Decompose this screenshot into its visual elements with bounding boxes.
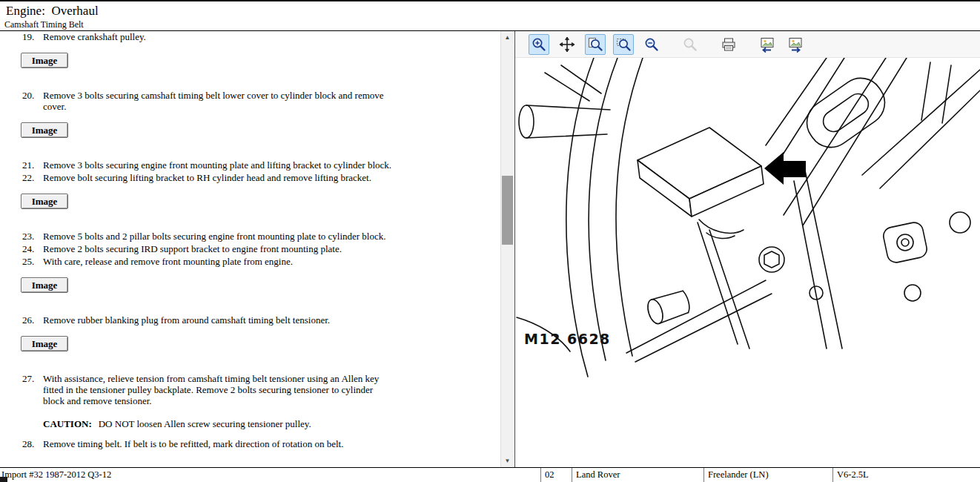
print-icon xyxy=(721,36,737,53)
step-number: 28. xyxy=(22,438,40,449)
illustration-panel: M12 6628 xyxy=(514,31,980,467)
step-item: 26. Remove rubber blanking plug from aro… xyxy=(0,314,500,326)
status-model: Freelander (LN) xyxy=(703,468,832,482)
zoom-dynamic-button[interactable] xyxy=(585,34,606,55)
vertical-scrollbar[interactable]: ▲ ▼ xyxy=(500,31,513,467)
step-item: 21. Remove 3 bolts securing engine front… xyxy=(0,159,500,171)
step-text: Remove crankshaft pulley. xyxy=(43,31,393,42)
step-text: Remove 5 bolts and 2 pillar bolts securi… xyxy=(43,231,393,242)
step-text: Remove bolt securing lifting bracket to … xyxy=(43,172,393,183)
zoom-fit-icon xyxy=(682,36,698,53)
page-title: Engine: Overhaul xyxy=(0,1,980,19)
step-number: 26. xyxy=(22,314,40,326)
image-toolbar xyxy=(515,31,980,58)
step-text: Remove 3 bolts securing engine front mou… xyxy=(43,159,393,171)
corner-artifact xyxy=(0,477,7,482)
image-button[interactable]: Image xyxy=(21,194,68,209)
caution-label: CAUTION: xyxy=(43,418,92,429)
step-item: 27. With assistance, relieve tension fro… xyxy=(0,373,500,406)
status-bar: Import #32 1987-2012 Q3-12 02 Land Rover… xyxy=(0,467,980,482)
step-number: 27. xyxy=(22,373,40,406)
status-engine: V6-2.5L xyxy=(832,468,980,482)
status-make: Land Rover xyxy=(572,468,703,482)
step-number: 21. xyxy=(22,159,40,171)
step-item: 19. Remove crankshaft pulley. xyxy=(0,31,500,42)
caution-note: CAUTION:DO NOT loosen Allen screw securi… xyxy=(43,418,500,429)
step-text: With care, release and remove front moun… xyxy=(43,256,393,267)
zoom-in-icon xyxy=(531,36,547,53)
step-item: 23. Remove 5 bolts and 2 pillar bolts se… xyxy=(0,231,500,242)
step-text: With assistance, relieve tension from ca… xyxy=(43,373,393,406)
pan-button[interactable] xyxy=(557,34,577,55)
procedure-panel: 19. Remove crankshaft pulley. Image 20. … xyxy=(0,31,513,467)
zoom-in-button[interactable] xyxy=(529,34,549,55)
zoom-area-icon xyxy=(615,36,632,53)
image-button[interactable]: Image xyxy=(21,122,68,138)
step-item: 25. With care, release and remove front … xyxy=(0,256,500,267)
step-number: 22. xyxy=(22,172,40,183)
step-number: 19. xyxy=(22,31,40,42)
previous-figure-button[interactable] xyxy=(757,34,778,55)
image-button[interactable]: Image xyxy=(21,277,68,293)
scroll-up-button[interactable]: ▲ xyxy=(501,31,514,44)
caution-text: DO NOT loosen Allen screw securing tensi… xyxy=(99,418,311,429)
image-button[interactable]: Image xyxy=(21,53,68,68)
step-text: Remove 3 bolts securing camshaft timing … xyxy=(43,90,393,112)
step-item: 24. Remove 2 bolts securing IRD support … xyxy=(0,243,500,254)
technical-illustration: M12 6628 xyxy=(515,58,980,467)
next-figure-button[interactable] xyxy=(785,34,806,55)
zoom-dynamic-icon xyxy=(587,36,603,53)
previous-figure-icon xyxy=(758,36,776,53)
zoom-fit-button xyxy=(680,34,701,55)
next-figure-icon xyxy=(787,36,804,53)
step-text: Remove rubber blanking plug from around … xyxy=(43,314,393,326)
figure-label: M12 6628 xyxy=(524,331,611,347)
zoom-area-button[interactable] xyxy=(613,34,634,55)
scroll-down-button[interactable]: ▼ xyxy=(501,455,514,467)
step-item: 20. Remove 3 bolts securing camshaft tim… xyxy=(0,90,500,112)
step-item: 28. Remove timing belt. If belt is to be… xyxy=(0,438,500,449)
zoom-out-icon xyxy=(643,36,660,53)
step-number: 24. xyxy=(22,243,40,254)
step-text: Remove timing belt. If belt is to be ref… xyxy=(43,438,393,449)
procedure-content: 19. Remove crankshaft pulley. Image 20. … xyxy=(0,31,500,467)
page-header: Engine: Overhaul Camshaft Timing Belt xyxy=(0,0,980,31)
pan-icon xyxy=(559,36,575,53)
image-button[interactable]: Image xyxy=(21,336,68,351)
status-code: 02 xyxy=(540,468,572,482)
page-subtitle: Camshaft Timing Belt xyxy=(0,19,980,30)
step-number: 25. xyxy=(22,256,40,267)
step-text: Remove 2 bolts securing IRD support brac… xyxy=(43,243,393,254)
step-number: 23. xyxy=(22,231,40,242)
status-import: Import #32 1987-2012 Q3-12 xyxy=(0,468,540,482)
print-button[interactable] xyxy=(718,34,739,55)
figure-area[interactable]: M12 6628 xyxy=(515,58,980,467)
scrollbar-thumb[interactable] xyxy=(502,176,513,245)
zoom-out-button[interactable] xyxy=(641,34,662,55)
step-number: 20. xyxy=(22,90,40,112)
step-item: 22. Remove bolt securing lifting bracket… xyxy=(0,172,500,183)
